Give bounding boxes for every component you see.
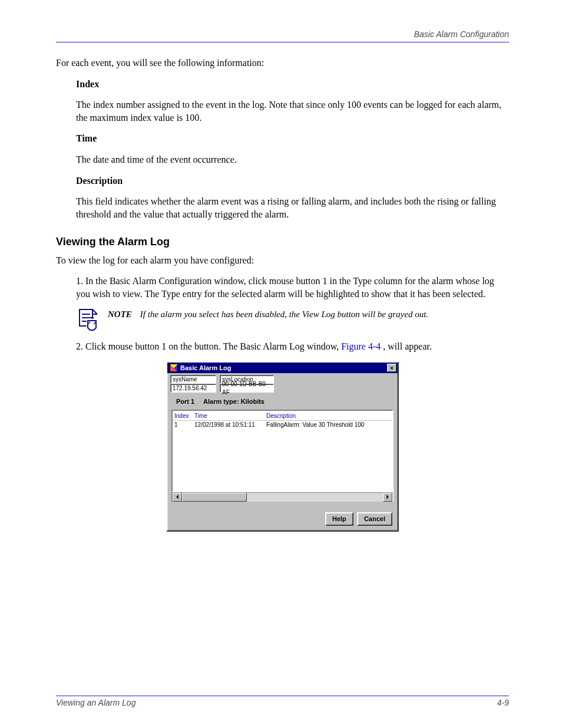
- help-button[interactable]: Help: [325, 512, 353, 526]
- step-2-head: 2. Click mouse button 1 on the button. T…: [76, 341, 341, 351]
- term-description-label: Description: [76, 176, 123, 186]
- list-header: Index Time Description: [173, 411, 392, 421]
- step-2-tail: , will appear.: [383, 341, 432, 351]
- step-1: 1. In the Basic Alarm Configuration wind…: [76, 275, 509, 300]
- app-icon: [170, 364, 178, 372]
- col-header-time: Time: [194, 412, 264, 420]
- horizontal-scrollbar[interactable]: [171, 492, 394, 502]
- scroll-thumb[interactable]: [182, 493, 247, 502]
- running-header: Basic Alarm Configuration: [56, 29, 509, 42]
- footer-left: Viewing an Alarm Log: [56, 698, 135, 707]
- chevron-left-icon: [176, 495, 178, 499]
- term-index-text: The index number assigned to the event i…: [76, 98, 509, 124]
- intro-paragraph: For each event, you will see the followi…: [56, 57, 509, 70]
- howto-lead: To view the log for each alarm you have …: [56, 254, 509, 267]
- term-description-text: This field indicates whether the alarm e…: [76, 195, 509, 220]
- cell-time: 12/02/1998 at 10:51:11: [194, 421, 264, 429]
- port-label: Port 1: [176, 398, 194, 405]
- header-right: Basic Alarm Configuration: [414, 29, 509, 39]
- cell-index: 1: [174, 421, 192, 429]
- section-title: Viewing the Alarm Log: [56, 235, 509, 249]
- titlebar[interactable]: Basic Alarm Log ×: [167, 363, 398, 373]
- note-label: NOTE: [108, 309, 132, 319]
- col-header-index: Index: [174, 412, 192, 420]
- col-header-description: Description: [266, 412, 391, 420]
- chevron-right-icon: [386, 495, 389, 499]
- cancel-button[interactable]: Cancel: [357, 512, 392, 526]
- basic-alarm-log-dialog: Basic Alarm Log × sysName 172.19.56.42 s…: [166, 361, 399, 532]
- term-time-text: The date and time of the event occurrenc…: [76, 153, 509, 166]
- list-row[interactable]: 1 12/02/1998 at 10:51:11 FallingAlarm: V…: [173, 421, 392, 429]
- window-title: Basic Alarm Log: [180, 364, 231, 373]
- alarm-type-label: Alarm type: Kilobits: [203, 398, 265, 405]
- term-time-label: Time: [76, 133, 97, 143]
- term-description: Description: [76, 174, 509, 187]
- term-index-label: Index: [76, 79, 99, 89]
- sysname-label: sysName: [170, 375, 216, 384]
- running-footer: Viewing an Alarm Log 4-9: [56, 696, 509, 707]
- note-icon: [76, 308, 100, 332]
- note-text: If the alarm you select has been disable…: [140, 308, 428, 332]
- sysname-value: 172.19.56.42: [170, 384, 216, 393]
- note-block: NOTE If the alarm you select has been di…: [76, 308, 509, 332]
- event-listbox[interactable]: Index Time Description 1 12/02/1998 at 1…: [171, 410, 394, 492]
- syslocation-value: 00-00-1D-BB-B0-AF: [220, 384, 274, 393]
- cell-description: FallingAlarm: Value 30 Threshold 100: [266, 421, 391, 429]
- figure-reference: Figure 4-4: [341, 341, 381, 351]
- scroll-left-button[interactable]: [173, 493, 182, 502]
- footer-right: 4-9: [497, 698, 509, 707]
- close-icon[interactable]: ×: [387, 364, 396, 372]
- step-2: 2. Click mouse button 1 on the button. T…: [76, 340, 509, 353]
- term-time: Time: [76, 132, 509, 145]
- term-index: Index: [76, 78, 509, 91]
- scroll-track[interactable]: [247, 493, 383, 502]
- scroll-right-button[interactable]: [383, 493, 392, 502]
